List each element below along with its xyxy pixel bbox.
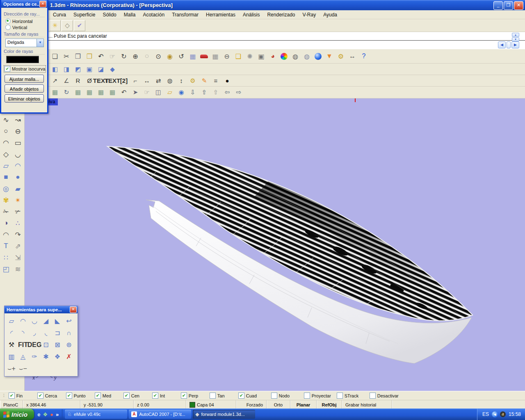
shrink-surface-icon[interactable]: ⊠ [52, 339, 63, 351]
pan-hand-icon[interactable]: ☞ [107, 51, 118, 62]
extend-surface-icon[interactable]: ▱ [6, 315, 17, 327]
diamond-snap-icon[interactable]: ◇ [62, 20, 73, 31]
status-capa-04[interactable]: Capa 04 [186, 400, 236, 409]
osnap-perp[interactable]: ✔Perp [181, 393, 210, 399]
curve-control-points-icon[interactable]: ∿ [0, 114, 12, 126]
mesh-arrow-right-icon[interactable]: ⇨ [233, 87, 244, 97]
osnap-cerca-checkbox[interactable]: ✔ [37, 393, 43, 399]
copy-icon[interactable]: ❐ [72, 51, 84, 62]
osnap-int-checkbox[interactable]: ✔ [152, 393, 158, 399]
solid-union-icon[interactable]: ◧ [49, 64, 61, 74]
new-file-icon[interactable]: ❏ [49, 51, 61, 62]
arch-surface-icon[interactable]: ∩ [63, 327, 75, 339]
material-wedge-icon[interactable]: ◕ [267, 51, 278, 62]
render-preview-sphere-icon[interactable]: ● [221, 76, 233, 86]
ordinate-dimension-icon[interactable]: [2] [118, 76, 130, 86]
taskbar-task-emule[interactable]: ♘eMule v0.49c [65, 410, 127, 419]
adjust-mesh-button[interactable]: Ajustar malla... [5, 75, 44, 83]
layer-color-swatch[interactable] [189, 402, 195, 408]
mesh-visibility-icon[interactable]: ◉ [176, 87, 187, 97]
dialog-title-bar[interactable]: Opciones de ce... ✕ [1, 0, 47, 8]
grid-options-icon[interactable]: ▦ [210, 51, 221, 62]
radio-vertical[interactable]: Vertical [5, 25, 45, 30]
status-planoc[interactable]: PlanoC [0, 400, 23, 409]
fillet-surface-icon[interactable]: ◠ [17, 315, 29, 327]
sphere-wireframe-icon[interactable]: ◍ [290, 51, 301, 62]
scroll-thumb[interactable] [507, 41, 511, 48]
remove-objects-button[interactable]: Eliminar objetos [5, 94, 44, 103]
status-spacer[interactable] [392, 400, 525, 409]
dialog-close-icon[interactable]: ✕ [39, 1, 46, 7]
make-2d-drawing-icon[interactable]: ✎ [199, 76, 210, 86]
solid-spheres-icon[interactable]: ● [12, 171, 24, 183]
delete-surface-icon[interactable]: ✗ [63, 351, 75, 363]
osnap-cerca[interactable]: ✔Cerca [37, 393, 66, 399]
polygon-icon[interactable]: ◇ [0, 148, 12, 160]
match-center-icon[interactable]: ⊡ [40, 339, 52, 351]
trim-icon[interactable]: ✁ [0, 206, 12, 217]
osnap-cen-checkbox[interactable]: ✔ [123, 393, 130, 399]
osnap-desactivar-checkbox[interactable] [370, 393, 376, 399]
perspective-viewport[interactable]: tiva x y [25, 98, 525, 391]
command-line[interactable]: ... Pulse Esc para cancelar [0, 32, 525, 41]
control-cylinder-icon[interactable]: ▥ [6, 351, 17, 363]
curved-blend-icon[interactable]: ◜ [6, 327, 17, 339]
scroll-left-icon[interactable]: ◀ [498, 41, 506, 48]
lock-icon[interactable]: ▣ [256, 51, 267, 62]
collapse-chevron-icon[interactable]: ◀ [492, 411, 498, 418]
solid-chamfer-icon[interactable]: ◆ [107, 64, 118, 74]
status-z-0-00[interactable]: z 0.00 [134, 400, 186, 409]
osnap-fin[interactable]: ✔Fin [9, 393, 37, 399]
surface-tools-close-icon[interactable]: ✕ [70, 306, 77, 313]
dimension-settings-icon[interactable]: ⚙ [187, 76, 199, 86]
scale-icon[interactable]: ⇗ [12, 240, 24, 252]
osnap-cuad[interactable]: ✔Cuad [238, 393, 271, 399]
undo-view-icon[interactable]: ↺ [176, 51, 187, 62]
angle-dimension-icon[interactable]: ∠ [61, 76, 72, 86]
vray-cone-icon[interactable]: ▼ [324, 51, 335, 62]
osnap-cuad-checkbox[interactable]: ✔ [238, 393, 244, 399]
color-wheel-icon[interactable] [281, 53, 288, 60]
status-refobj[interactable]: RefObj [317, 400, 342, 409]
hatch-surface-icon[interactable]: ≋ [12, 263, 24, 275]
status-y-531-90[interactable]: y -531.90 [80, 400, 134, 409]
circle-tangent-icon[interactable]: ⊖ [221, 51, 233, 62]
undo-icon[interactable]: ↶ [95, 51, 107, 62]
render-sphere-icon[interactable] [315, 53, 322, 60]
zoom-in-icon[interactable]: ⊕ [130, 51, 141, 62]
curved-blend-3-icon[interactable]: ◞ [29, 327, 40, 339]
isocurve-checkbox-row[interactable]: ✔ Mostrar isocurva [4, 66, 46, 72]
zoom-extents-icon[interactable]: ⊙ [153, 51, 164, 62]
osnap-int[interactable]: ✔Int [152, 393, 181, 399]
ellipse-icon[interactable]: ⊖ [12, 126, 24, 137]
fillet-curves-icon[interactable]: ◠ [0, 229, 12, 240]
solid-box-icon[interactable]: ▣ [84, 64, 95, 74]
edit-text-icon[interactable]: TEXT [107, 76, 118, 86]
text-object-icon[interactable]: T [0, 240, 12, 252]
surface-points-icon[interactable]: ❖ [52, 351, 63, 363]
mesh-open-icon[interactable]: ▱ [164, 87, 176, 97]
osnap-punto-checkbox[interactable]: ✔ [66, 393, 72, 399]
surface-flap-icon[interactable]: ✑ [29, 351, 40, 363]
sphere-mapped-icon[interactable]: ◍ [301, 51, 313, 62]
circle-icon[interactable]: ○ [0, 126, 12, 137]
help-icon[interactable]: ? [358, 51, 370, 62]
check-circle-icon[interactable]: ✔ [74, 20, 85, 31]
mesh-undo-icon[interactable]: ↶ [118, 87, 130, 97]
object-snap-icon[interactable]: ❑ [233, 51, 244, 62]
extend-curve-icon[interactable]: ↷ [12, 229, 24, 240]
solid-box-tool-icon[interactable]: ■ [0, 171, 12, 183]
menu-an-lisis[interactable]: Análisis [239, 11, 263, 18]
rotate-view-icon[interactable]: ↻ [118, 51, 130, 62]
menu-acotaci-n[interactable]: Acotación [139, 11, 168, 18]
close-button[interactable]: ✕ [514, 1, 523, 10]
arc-icon[interactable]: ◠ [0, 137, 12, 148]
unroll-surface-icon[interactable]: ⊐ [52, 327, 63, 339]
osnap-strack[interactable]: STrack [337, 393, 370, 399]
explode-icon[interactable]: ✴ [12, 194, 24, 206]
named-view-car-icon[interactable] [200, 55, 208, 58]
status-forzado[interactable]: Forzado [236, 400, 267, 409]
mesh-apply-down-icon[interactable]: ⇩ [187, 87, 199, 97]
curve-interpolate-icon[interactable]: ↝ [12, 114, 24, 126]
menu-renderizado[interactable]: Renderizado [263, 11, 299, 18]
